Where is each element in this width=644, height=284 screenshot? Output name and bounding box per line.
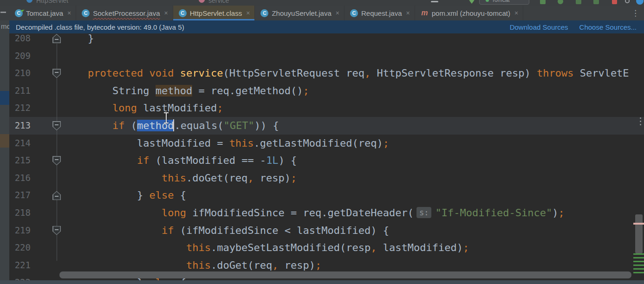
code-line-213[interactable]: 213 if (method.equals("GET")) {: [9, 117, 644, 135]
tool-window-dash-icon[interactable]: [0, 6, 9, 20]
line-number: 220: [9, 239, 31, 257]
run-config-status-icon: [486, 0, 489, 2]
code-text: long ifModifiedSince = req.getDateHeader…: [63, 204, 565, 222]
vcs-change-stripe[interactable]: [633, 253, 644, 255]
breadcrumb-method-icon: [199, 0, 205, 3]
code-line-215[interactable]: 215 if (lastModified == -1L) {: [9, 152, 644, 169]
tab-label: Tomcat.java: [26, 9, 63, 17]
code-line-212[interactable]: 212 long lastModified;: [9, 99, 644, 117]
tab-label: ZhouyuServlet.java: [272, 9, 331, 17]
toolbar-menu-icon[interactable]: [431, 1, 438, 2]
project-selection-highlight: [0, 91, 9, 105]
build-icon[interactable]: [540, 0, 546, 4]
line-number: 212: [9, 99, 31, 117]
vcs-change-stripe[interactable]: [633, 257, 644, 258]
horizontal-scrollbar[interactable]: [59, 271, 631, 278]
editor-tab-tomcat-java[interactable]: CTomcat.java×: [9, 6, 76, 20]
download-arrow-icon[interactable]: [469, 0, 475, 4]
vertical-scrollbar-thumb[interactable]: [635, 214, 643, 253]
code-line-218[interactable]: 218 long ifModifiedSince = req.getDateHe…: [9, 204, 644, 222]
code-line-216[interactable]: 216 this.doGet(req, resp);: [9, 169, 644, 187]
java-class-icon: C: [82, 9, 90, 17]
code-rows: 208 }209210 protected void service(HttpS…: [9, 30, 644, 284]
breadcrumb-class[interactable]: HttpServlet: [36, 0, 68, 4]
project-panel-edge: mc: [0, 20, 9, 284]
java-class-icon: C: [350, 9, 358, 17]
editor-tab-httpservlet-class[interactable]: CHttpServlet.class×: [173, 6, 255, 20]
download-sources-link[interactable]: Download Sources: [510, 23, 568, 31]
code-line-209[interactable]: 209: [9, 47, 644, 65]
vcs-change-stripe[interactable]: [633, 265, 644, 266]
close-icon[interactable]: ×: [336, 9, 339, 17]
code-text: this.doGet(req, resp);: [63, 169, 297, 187]
code-text: if (method.equals("GET")) {: [63, 117, 279, 135]
line-number: 211: [9, 82, 31, 100]
vcs-change-stripe[interactable]: [633, 261, 644, 262]
debug-icon[interactable]: [576, 0, 581, 4]
line-number: 221: [9, 257, 31, 274]
tab-options-icon[interactable]: ⋮: [627, 8, 644, 18]
breadcrumb-method[interactable]: service: [208, 0, 229, 4]
tab-label: Request.java: [361, 9, 402, 17]
code-text: if (lastModified == -1L) {: [63, 152, 297, 169]
mouse-ibeam-cursor: [163, 112, 169, 123]
search-everywhere-icon[interactable]: [625, 0, 630, 3]
code-text: } else {: [63, 187, 186, 204]
vcs-change-stripe[interactable]: [633, 272, 644, 273]
close-icon[interactable]: ×: [246, 9, 250, 17]
close-icon[interactable]: ×: [514, 9, 518, 17]
close-icon[interactable]: ×: [164, 9, 168, 17]
window-bottom-edge: [0, 280, 644, 284]
run-config-label: Tomcat: [492, 0, 510, 3]
profile-icon[interactable]: [593, 0, 599, 4]
code-line-214[interactable]: 214 lastModified = this.getLastModified(…: [9, 135, 644, 152]
stop-icon[interactable]: [612, 0, 617, 4]
code-text: if (ifModifiedSince < lastModified) {: [63, 222, 389, 239]
fold-up-icon[interactable]: [52, 34, 61, 43]
line-number: 216: [9, 169, 31, 187]
tab-label: pom.xml (zhouyu-tomcat): [432, 9, 510, 17]
editor-tab-pom-xml-zhouyu-tomcat-[interactable]: mpom.xml (zhouyu-tomcat)×: [415, 6, 523, 20]
editor-tab-socketprocessor-java[interactable]: CSocketProcessor.java×: [76, 6, 173, 20]
banner-message: Decompiled .class file, bytecode version…: [16, 23, 184, 31]
code-text: protected void service(HttpServletReques…: [63, 65, 629, 82]
fold-down-icon[interactable]: [52, 226, 61, 235]
avatar[interactable]: [636, 0, 644, 5]
editor-tab-zhouyuservlet-java[interactable]: CZhouyuServlet.java×: [255, 6, 345, 20]
code-editor[interactable]: 208 }209210 protected void service(HttpS…: [9, 0, 644, 284]
breadcrumb-class-icon: [26, 0, 33, 3]
java-class-icon: C: [179, 9, 187, 17]
code-line-210[interactable]: 210 protected void service(HttpServletRe…: [9, 65, 644, 82]
fold-down-icon[interactable]: [52, 69, 61, 78]
code-text: this.maybeSetLastModified(resp, lastModi…: [63, 239, 469, 257]
editor-tab-bar: CTomcat.java×CSocketProcessor.java×CHttp…: [0, 6, 644, 20]
project-hover-highlight: [0, 134, 9, 148]
code-text: lastModified = this.getLastModified(req)…: [63, 135, 389, 152]
line-number: 210: [9, 65, 31, 82]
fold-up-icon[interactable]: [52, 191, 61, 200]
code-line-211[interactable]: 211 String method = req.getMethod();: [9, 82, 644, 100]
run-configuration-select[interactable]: Tomcat: [479, 0, 529, 5]
vcs-change-stripe[interactable]: [633, 268, 644, 270]
tab-list: CTomcat.java×CSocketProcessor.java×CHttp…: [9, 6, 523, 20]
code-line-219[interactable]: 219 if (ifModifiedSince < lastModified) …: [9, 222, 644, 239]
line-number: 214: [9, 135, 31, 152]
close-icon[interactable]: ×: [406, 9, 410, 17]
fold-down-icon[interactable]: [52, 156, 61, 165]
code-line-220[interactable]: 220 this.maybeSetLastModified(resp, last…: [9, 239, 644, 257]
code-text: long lastModified;: [63, 99, 223, 117]
close-icon[interactable]: ×: [67, 9, 71, 17]
line-number: 213: [9, 117, 31, 135]
run-icon[interactable]: [558, 0, 563, 4]
editor-tab-request-java[interactable]: CRequest.java×: [345, 6, 415, 20]
line-number: 209: [9, 47, 31, 65]
code-line-217[interactable]: 217 } else {: [9, 187, 644, 204]
fold-down-icon[interactable]: [52, 121, 61, 130]
error-stripe-mark[interactable]: [633, 223, 644, 225]
line-number: 217: [9, 187, 31, 204]
line-number: 219: [9, 222, 31, 239]
java-class-icon: C: [260, 9, 268, 17]
tab-label: HttpServlet.class: [190, 9, 242, 17]
choose-sources-link[interactable]: Choose Sources...: [579, 23, 637, 31]
caret-stripe-dot: [640, 121, 641, 122]
